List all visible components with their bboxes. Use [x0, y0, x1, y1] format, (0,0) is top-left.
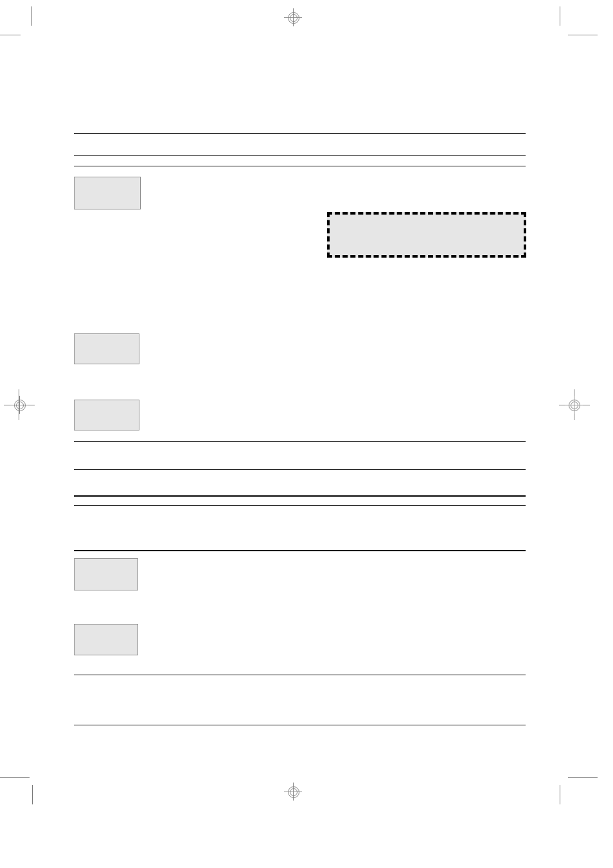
rule-r1 — [74, 133, 526, 134]
rule-r2t — [74, 155, 526, 156]
gray-box-5 — [74, 624, 138, 655]
cm-bl-h — [0, 777, 30, 778]
rule-r5b — [74, 725, 526, 725]
rule-s2 — [74, 550, 526, 551]
rule-r3t — [74, 441, 526, 442]
gray-box-1 — [74, 177, 141, 209]
rule-r2b — [74, 166, 526, 166]
rule-r5t — [74, 675, 526, 675]
cm-br-h — [568, 777, 598, 778]
cm-tr-v — [560, 6, 560, 26]
gray-box-4 — [74, 558, 138, 590]
cm-br-v — [560, 785, 560, 804]
cm-tr-h — [568, 35, 598, 35]
reg-ml-c — [10, 396, 28, 414]
cm-bl-v — [32, 785, 33, 804]
reg-mr-c — [565, 396, 583, 414]
reg-bottom — [284, 783, 302, 801]
rule-th1 — [74, 505, 526, 506]
reg-top — [284, 8, 302, 26]
rule-r3b — [74, 469, 526, 470]
rule-s1 — [74, 495, 526, 497]
gray-box-2 — [74, 333, 139, 364]
cm-tl-v — [31, 6, 32, 26]
gray-box-3 — [74, 400, 139, 430]
cm-tl-h — [0, 35, 21, 35]
dashed-box — [327, 212, 526, 258]
page — [0, 0, 613, 868]
